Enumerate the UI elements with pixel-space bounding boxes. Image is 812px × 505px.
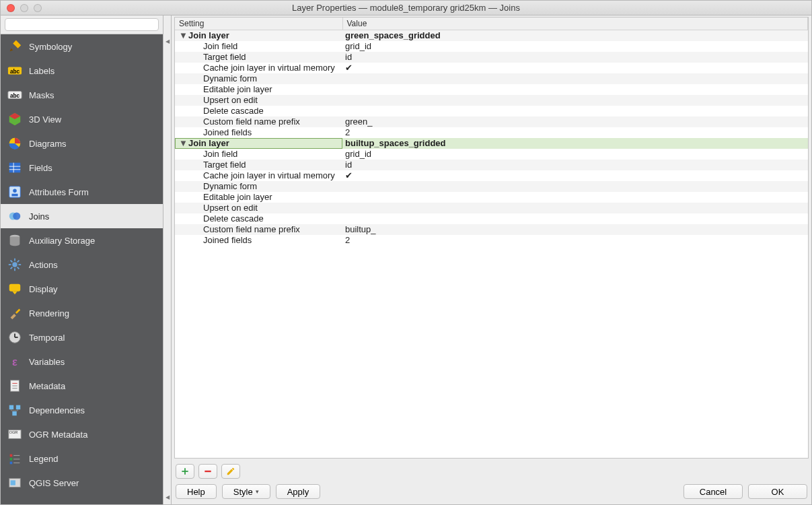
setting-label: Dynamic form xyxy=(175,73,342,84)
svg-rect-41 xyxy=(10,458,13,461)
setting-label: Editable join layer xyxy=(175,84,342,95)
svg-rect-13 xyxy=(11,194,17,197)
value-cell: grid_id xyxy=(342,149,808,160)
join-property-row[interactable]: Delete cascade xyxy=(175,213,808,224)
join-property-row[interactable]: Target fieldid xyxy=(175,160,808,170)
minimize-window-button[interactable] xyxy=(20,4,28,12)
sidebar-item-temporal[interactable]: Temporal xyxy=(1,325,163,349)
paintbrush-icon xyxy=(7,39,22,54)
sidebar-item-joins[interactable]: Joins xyxy=(1,204,163,228)
sidebar-item-variables[interactable]: εVariables xyxy=(1,349,163,374)
expand-toggle-icon[interactable]: ▼ xyxy=(179,30,187,40)
form-icon xyxy=(7,184,22,199)
sidebar-item-ogr-metadata[interactable]: OGROGR Metadata xyxy=(1,422,163,446)
sidebar-item-label: Auxiliary Storage xyxy=(29,236,95,246)
help-button[interactable]: Help xyxy=(176,484,217,499)
sidebar-item-label: Masks xyxy=(29,90,54,100)
apply-button[interactable]: Apply xyxy=(276,484,321,499)
sidebar-item-metadata[interactable]: Metadata xyxy=(1,374,163,398)
setting-label: Target field xyxy=(175,160,342,170)
legend-icon xyxy=(7,451,22,466)
value-cell xyxy=(342,84,808,95)
tooltip-icon xyxy=(7,281,22,296)
svg-rect-7 xyxy=(9,163,21,173)
sidebar-item-diagrams[interactable]: Diagrams xyxy=(1,131,163,156)
join-property-row[interactable]: Joined fields2 xyxy=(175,235,808,246)
zoom-window-button[interactable] xyxy=(34,4,42,12)
chevron-down-icon: ▾ xyxy=(256,488,259,495)
setting-label: Target field xyxy=(175,52,342,63)
sidebar-item-display[interactable]: Display xyxy=(1,277,163,301)
sidebar-item-label: 3D View xyxy=(29,114,61,125)
clock-icon xyxy=(7,330,22,345)
edit-join-button[interactable] xyxy=(221,464,240,479)
column-setting[interactable]: Setting xyxy=(175,18,342,30)
window-controls xyxy=(1,4,42,12)
setting-label: Delete cascade xyxy=(175,106,342,116)
sidebar-item-dependencies[interactable]: Dependencies xyxy=(1,398,163,422)
search-wrap xyxy=(1,15,163,34)
deps-icon xyxy=(7,403,22,417)
value-cell: id xyxy=(342,52,808,63)
join-layer-row[interactable]: ▼Join layerbuiltup_spaces_gridded xyxy=(175,138,808,149)
cancel-button[interactable]: Cancel xyxy=(684,484,743,499)
column-value[interactable]: Value xyxy=(342,18,808,30)
join-property-row[interactable]: Custom field name prefixbuiltup_ xyxy=(175,224,808,235)
gear-icon xyxy=(7,257,22,272)
svg-rect-35 xyxy=(9,405,13,409)
svg-line-23 xyxy=(17,267,20,269)
join-property-row[interactable]: Dynamic form xyxy=(175,181,808,192)
db-icon xyxy=(7,233,22,248)
titlebar: Layer Properties — module8_temporary gri… xyxy=(1,1,811,15)
join-layer-row[interactable]: ▼Join layergreen_spaces_gridded xyxy=(175,30,808,41)
svg-line-22 xyxy=(11,261,13,263)
minus-icon xyxy=(203,467,213,476)
sidebar-item-fields[interactable]: Fields xyxy=(1,156,163,180)
svg-rect-50 xyxy=(205,471,211,472)
svg-rect-47 xyxy=(11,480,15,485)
sidebar-item-legend[interactable]: Legend xyxy=(1,446,163,471)
close-window-button[interactable] xyxy=(7,4,15,12)
remove-join-button[interactable] xyxy=(198,464,217,479)
sidebar-item-labels[interactable]: abcLabels xyxy=(1,59,163,83)
splitter[interactable] xyxy=(163,15,172,504)
style-button[interactable]: Style▾ xyxy=(222,484,270,499)
join-property-row[interactable]: Custom field name prefixgreen_ xyxy=(175,116,808,127)
join-property-row[interactable]: Delete cascade xyxy=(175,106,808,116)
join-property-row[interactable]: Cache join layer in virtual memory✔ xyxy=(175,63,808,73)
doc-icon xyxy=(7,378,22,393)
add-join-button[interactable] xyxy=(176,464,194,479)
sidebar-item-label: Metadata xyxy=(29,381,65,391)
join-property-row[interactable]: Target fieldid xyxy=(175,52,808,63)
join-property-row[interactable]: Editable join layer xyxy=(175,84,808,95)
sidebar-item-label: Symbology xyxy=(29,42,72,52)
svg-line-24 xyxy=(11,267,13,269)
sidebar-item-qgis-server[interactable]: QGIS Server xyxy=(1,471,163,495)
setting-label: Joined fields xyxy=(175,235,342,246)
sidebar-item-attributes-form[interactable]: Attributes Form xyxy=(1,180,163,204)
sidebar-item-actions[interactable]: Actions xyxy=(1,252,163,277)
sidebar-item-auxiliary-storage[interactable]: Auxiliary Storage xyxy=(1,228,163,252)
setting-label: Joined fields xyxy=(175,127,342,138)
join-property-row[interactable]: Cache join layer in virtual memory✔ xyxy=(175,170,808,181)
expand-toggle-icon[interactable]: ▼ xyxy=(179,138,187,148)
join-property-row[interactable]: Join fieldgrid_id xyxy=(175,41,808,52)
join-property-row[interactable]: Dynamic form xyxy=(175,73,808,84)
join-property-row[interactable]: Join fieldgrid_id xyxy=(175,149,808,160)
value-cell: builtup_spaces_gridded xyxy=(342,138,808,149)
join-property-row[interactable]: Upsert on edit xyxy=(175,203,808,213)
setting-label: Join field xyxy=(175,149,342,160)
search-input[interactable] xyxy=(5,18,159,31)
sidebar-item-symbology[interactable]: Symbology xyxy=(1,34,163,59)
joins-tree[interactable]: Setting Value ▼Join layergreen_spaces_gr… xyxy=(175,18,808,246)
ok-button[interactable]: OK xyxy=(748,484,807,499)
sidebar-item-3d-view[interactable]: 3D View xyxy=(1,107,163,131)
sidebar-item-rendering[interactable]: Rendering xyxy=(1,301,163,325)
join-property-row[interactable]: Upsert on edit xyxy=(175,95,808,106)
join-property-row[interactable]: Editable join layer xyxy=(175,192,808,203)
join-property-row[interactable]: Joined fields2 xyxy=(175,127,808,138)
sidebar-item-masks[interactable]: abcMasks xyxy=(1,83,163,107)
setting-label: Upsert on edit xyxy=(175,95,342,106)
setting-label: Custom field name prefix xyxy=(175,116,342,127)
setting-label: Join field xyxy=(175,41,342,52)
